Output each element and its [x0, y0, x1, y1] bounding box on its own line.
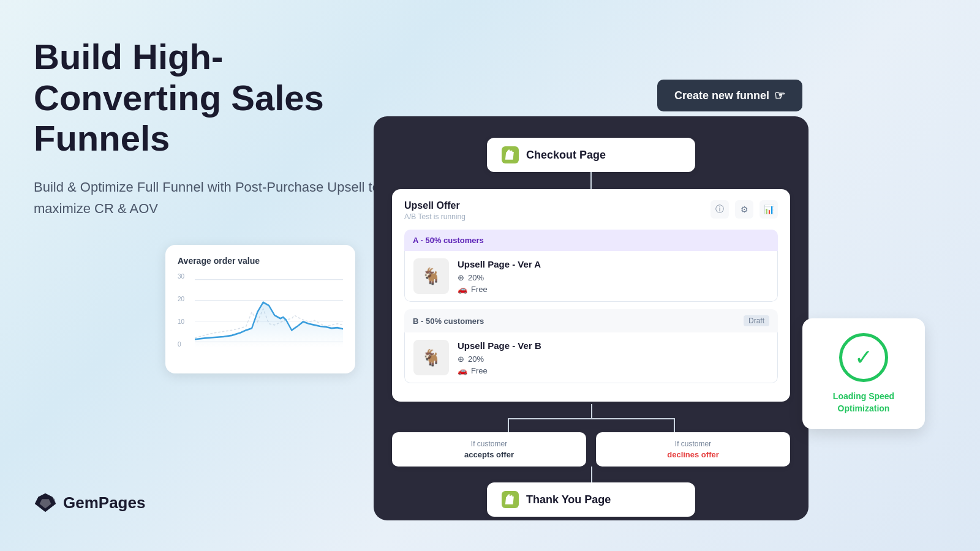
accepts-condition: If customer	[402, 440, 576, 448]
variant-b-content: 🐐 Upsell Page - Ver B ⊕ 20% 🚗 Free	[404, 332, 778, 383]
speed-optimization-card: ✓ Loading Speed Optimization	[802, 318, 925, 429]
create-funnel-button[interactable]: Create new funnel ☞	[657, 80, 802, 111]
chart-card: Average order value 30 20 10 0	[165, 245, 355, 373]
funnel-panel: Checkout Page Upsell Offer A/B Test is r…	[374, 116, 809, 520]
variant-b-header: B - 50% customers Draft	[404, 309, 778, 332]
checkout-page-label: Checkout Page	[526, 149, 606, 162]
main-title: Build High-Converting Sales Funnels	[34, 37, 401, 159]
upsell-header: Upsell Offer A/B Test is running ⓘ ⚙ 📊	[404, 200, 778, 221]
shipping-icon-b: 🚗	[458, 366, 467, 375]
ab-test-label: A/B Test is running	[404, 212, 466, 221]
draft-badge: Draft	[744, 315, 769, 326]
variant-a-meta: ⊕ 20% 🚗 Free	[458, 273, 541, 294]
shopify-icon	[502, 146, 519, 163]
variant-b-name: Upsell Page - Ver B	[458, 340, 541, 351]
variant-a-name: Upsell Page - Ver A	[458, 259, 541, 269]
y-label-30: 30	[178, 273, 184, 280]
checkmark-icon: ✓	[854, 345, 873, 370]
variant-b-meta: ⊕ 20% 🚗 Free	[458, 354, 541, 375]
cursor-icon: ☞	[774, 88, 785, 103]
upsell-title-block: Upsell Offer A/B Test is running	[404, 200, 466, 221]
accepts-offer-card: If customer accepts offer	[392, 432, 586, 467]
variant-a-shipping-row: 🚗 Free	[458, 285, 541, 294]
variant-a-content: 🐐 Upsell Page - Ver A ⊕ 20% 🚗 Free	[404, 251, 778, 302]
center-connector	[591, 404, 592, 418]
variant-b-discount: 20%	[468, 354, 484, 364]
chart-title: Average order value	[178, 256, 343, 266]
hero-section: Build High-Converting Sales Funnels Buil…	[34, 37, 401, 219]
product-thumb-b: 🐐	[413, 340, 449, 375]
connector-1	[590, 172, 592, 189]
left-branch-connector	[508, 418, 509, 432]
subtitle: Build & Optimize Full Funnel with Post-P…	[34, 176, 401, 219]
y-label-10: 10	[178, 318, 184, 325]
variant-b-info: Upsell Page - Ver B ⊕ 20% 🚗 Free	[458, 340, 541, 375]
horizontal-connector	[508, 418, 675, 419]
variant-a-info: Upsell Page - Ver A ⊕ 20% 🚗 Free	[458, 259, 541, 294]
variant-b-discount-row: ⊕ 20%	[458, 354, 541, 364]
speed-optimization-label: Loading Speed Optimization	[815, 391, 913, 414]
y-label-0: 0	[178, 341, 184, 348]
discount-icon-b: ⊕	[458, 354, 464, 364]
gem-pages-logo-icon	[34, 491, 57, 514]
create-funnel-label: Create new funnel	[674, 89, 769, 102]
declines-offer-card: If customer declines offer	[596, 432, 790, 467]
thank-you-page-node[interactable]: Thank You Page	[487, 482, 695, 517]
variant-b-header-label: B - 50% customers	[413, 317, 484, 326]
checkout-page-node[interactable]: Checkout Page	[487, 138, 695, 172]
logo: GemPages	[34, 491, 145, 514]
y-label-20: 20	[178, 296, 184, 302]
bottom-connector-line	[591, 467, 592, 482]
branch-connector-area	[392, 404, 790, 432]
declines-condition: If customer	[606, 440, 780, 448]
variant-a-discount-row: ⊕ 20%	[458, 273, 541, 282]
chart-button[interactable]: 📊	[760, 200, 778, 219]
branches-section: If customer accepts offer If customer de…	[392, 404, 790, 482]
info-button[interactable]: ⓘ	[710, 200, 729, 219]
upsell-actions: ⓘ ⚙ 📊	[710, 200, 778, 219]
variant-b-section: B - 50% customers Draft 🐐 Upsell Page - …	[404, 309, 778, 383]
accepts-action: accepts offer	[402, 450, 576, 459]
upsell-offer-box: Upsell Offer A/B Test is running ⓘ ⚙ 📊 A…	[392, 189, 790, 402]
shipping-icon: 🚗	[458, 285, 467, 294]
variant-b-shipping: Free	[471, 366, 488, 375]
funnel-flow: Checkout Page Upsell Offer A/B Test is r…	[392, 138, 790, 517]
speed-check-circle: ✓	[839, 333, 888, 382]
shopify-icon-ty	[502, 491, 519, 508]
discount-icon: ⊕	[458, 273, 464, 282]
right-branch-connector	[674, 418, 675, 432]
variant-a-section: A - 50% customers 🐐 Upsell Page - Ver A …	[404, 230, 778, 302]
variant-a-discount: 20%	[468, 273, 484, 282]
branch-cards: If customer accepts offer If customer de…	[392, 432, 790, 467]
variant-b-shipping-row: 🚗 Free	[458, 366, 541, 375]
bottom-connector-area	[392, 467, 790, 482]
thank-you-label: Thank You Page	[526, 493, 611, 506]
declines-action: declines offer	[606, 450, 780, 459]
variant-a-shipping: Free	[471, 285, 488, 294]
logo-text: GemPages	[63, 493, 145, 512]
y-axis-labels: 30 20 10 0	[178, 273, 184, 348]
product-thumb-a: 🐐	[413, 258, 449, 294]
chart-svg-container	[195, 273, 343, 348]
svg-marker-4	[195, 302, 343, 348]
chart-area: 30 20 10 0	[178, 273, 343, 359]
upsell-title: Upsell Offer	[404, 200, 466, 211]
variant-a-header: A - 50% customers	[404, 230, 778, 251]
settings-button[interactable]: ⚙	[735, 200, 753, 219]
